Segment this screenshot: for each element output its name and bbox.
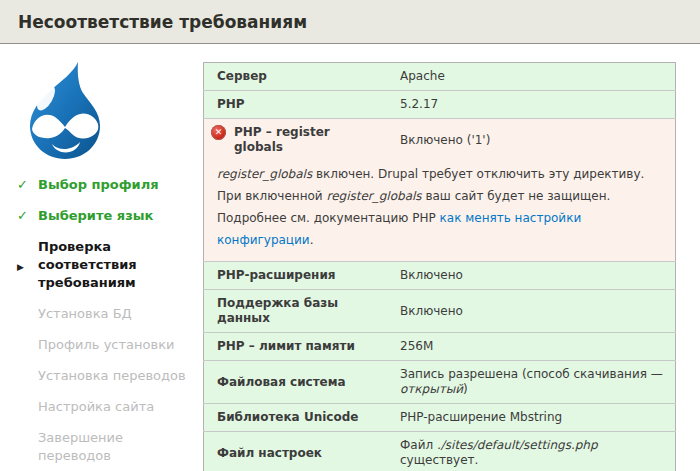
task-install-translations: Установка переводов [38,367,190,385]
row-value: PHP-расширение Mbstring [387,404,676,432]
row-label: PHP – лимит памяти [204,333,388,361]
row-value: Файл ./sites/default/settings.php сущест… [387,432,676,471]
row-value: 5.2.17 [387,91,676,119]
task-choose-language: ✓ Выберите язык [38,207,190,225]
check-icon: ✓ [17,207,28,225]
task-configure-site: Настройка сайта [38,398,190,416]
table-row-error: ✕ PHP – register globals Включено ('1') [204,119,676,162]
row-value: Включено [387,262,676,290]
row-label: PHP [204,91,388,119]
table-row: Файловая система Запись разрешена (спосо… [204,361,676,404]
row-value: Запись разрешена (способ скачивания — от… [387,361,676,404]
task-verify-requirements: ▶ Проверка соответствия требованиям [38,238,190,292]
drupal-logo [18,60,112,162]
row-label: Сервер [204,63,388,91]
task-install-profile: Профиль установки [38,336,190,354]
row-value: Apache [387,63,676,91]
table-row: Сервер Apache [204,63,676,91]
install-sidebar: ✓ Выбор профиля ✓ Выберите язык ▶ Провер… [0,44,200,471]
task-choose-profile: ✓ Выбор профиля [38,176,190,194]
error-icon: ✕ [211,125,226,140]
page-title: Несоответствие требованиям [18,12,700,32]
row-value: Включено ('1') [387,119,676,162]
error-description: register_globals включен. Drupal требует… [204,161,676,262]
table-row: PHP 5.2.17 [204,91,676,119]
row-label: Библиотека Unicode [204,404,388,432]
table-row: Поддержка базы данных Включено [204,290,676,333]
task-setup-database: Установка БД [38,305,190,323]
row-label: Поддержка базы данных [204,290,388,333]
requirements-table: Сервер Apache PHP 5.2.17 ✕ PHP – registe… [203,62,676,471]
check-icon: ✓ [17,176,28,194]
table-row-error-description: register_globals включен. Drupal требует… [204,161,676,262]
row-label: PHP-расширения [204,262,388,290]
current-step-arrow-icon: ▶ [17,258,24,276]
row-label: Файл настроек [204,432,388,471]
task-finish-translations: Завершение переводов [38,429,190,465]
table-row: Библиотека Unicode PHP-расширение Mbstri… [204,404,676,432]
install-task-list: ✓ Выбор профиля ✓ Выберите язык ▶ Провер… [0,176,190,471]
requirements-report: Сервер Apache PHP 5.2.17 ✕ PHP – registe… [203,62,676,471]
row-label: Файловая система [204,361,388,404]
table-row: PHP – лимит памяти 256M [204,333,676,361]
row-value: 256M [387,333,676,361]
table-row: Файл настроек Файл ./sites/default/setti… [204,432,676,471]
row-label: ✕ PHP – register globals [204,119,388,162]
page-header: Несоответствие требованиям [0,0,700,44]
row-value: Включено [387,290,676,333]
table-row: PHP-расширения Включено [204,262,676,290]
